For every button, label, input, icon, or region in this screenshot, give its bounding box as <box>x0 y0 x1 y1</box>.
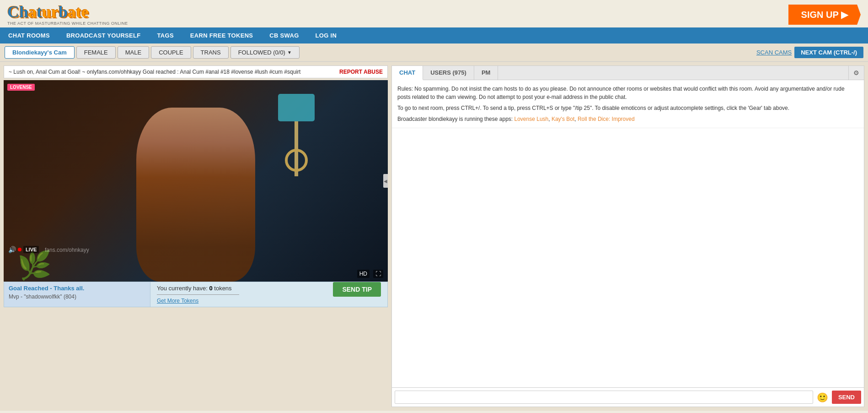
hd-button[interactable]: HD <box>357 270 370 278</box>
broadcaster-prefix: Broadcaster blondiekayy is running these… <box>397 116 514 122</box>
comma1: , <box>548 116 552 122</box>
live-label: LIVE <box>23 246 39 253</box>
chat-collapse-handle[interactable]: ◀ <box>383 174 388 188</box>
followed-label: FOLLOWED (0/0) <box>238 49 285 56</box>
tab-couple[interactable]: COUPLE <box>151 46 191 59</box>
logo: Chaturbate <box>7 4 128 20</box>
chat-tabs-row: CHAT USERS (975) PM ⚙ <box>392 66 864 80</box>
app-roll-dice[interactable]: Roll the Dice: Improved <box>578 116 635 122</box>
tab-trans[interactable]: TRANS <box>193 46 229 59</box>
tagline: THE ACT OF MASTURBATING WHILE CHATTING O… <box>7 21 128 26</box>
app-kays-bot[interactable]: Kay's Bot <box>552 116 574 122</box>
send-tip-container: SEND TIP <box>327 282 387 307</box>
chevron-down-icon: ▼ <box>287 50 292 55</box>
logo-area: Chaturbate THE ACT OF MASTURBATING WHILE… <box>7 4 128 26</box>
volume-icon: 🔊 <box>8 246 16 253</box>
nav-earn-tokens[interactable]: EARN FREE TOKENS <box>182 27 261 43</box>
video-container[interactable]: 🌿 LOVENSE 🔊 LIVE fans.com/ohnkayy HD <box>4 80 388 282</box>
broadcaster-apps: Broadcaster blondiekayy is running these… <box>397 115 858 123</box>
tokens-label: You currently have: <box>157 285 208 292</box>
tab-followed[interactable]: FOLLOWED (0/0) ▼ <box>230 46 300 59</box>
mvp-text: Mvp - "shadowwolfkk" (804) <box>9 293 145 300</box>
tab-male[interactable]: MALE <box>118 46 149 59</box>
chat-messages-area <box>392 128 864 387</box>
tab-female[interactable]: FEMALE <box>76 46 116 59</box>
lamp-shade <box>278 94 315 121</box>
send-chat-button[interactable]: SEND <box>832 391 861 404</box>
signup-button[interactable]: SIGN UP ▶ <box>788 5 861 25</box>
next-cam-button[interactable]: NEXT CAM (CTRL-/) <box>794 47 863 58</box>
live-badge: 🔊 LIVE <box>8 246 39 253</box>
video-bottom-bar: Goal Reached - Thanks all. Mvp - "shadow… <box>4 282 388 307</box>
header: Chaturbate THE ACT OF MASTURBATING WHILE… <box>0 0 868 27</box>
nav-broadcast[interactable]: BROADCAST YOURSELF <box>58 27 149 43</box>
title-bar: ~ Lush on, Anal Cum at Goal! ~ onlyfans.… <box>4 65 388 78</box>
goal-section: Goal Reached - Thanks all. Mvp - "shadow… <box>4 282 150 307</box>
nav-login[interactable]: LOG IN <box>307 27 345 43</box>
live-indicator-dot <box>18 248 21 251</box>
get-more-tokens-link[interactable]: Get More Tokens <box>157 298 320 304</box>
tip-info-text: To go to next room, press CTRL+/. To sen… <box>397 104 858 112</box>
chat-rules: Rules: No spamming. Do not insist the ca… <box>392 80 864 128</box>
fullscreen-button[interactable]: ⛶ <box>373 270 383 278</box>
nav-chat-rooms[interactable]: CHAT ROOMS <box>0 27 58 43</box>
nav-swag[interactable]: CB SWAG <box>261 27 307 43</box>
plant-leaves-icon: 🌿 <box>17 249 52 282</box>
report-abuse-button[interactable]: REPORT ABUSE <box>339 69 383 75</box>
nav-tags[interactable]: TAGS <box>149 27 182 43</box>
category-tabs-row: Blondiekayy's Cam FEMALE MALE COUPLE TRA… <box>0 43 868 62</box>
watermark-text: fans.com/ohnkayy <box>45 247 89 253</box>
tokens-section: You currently have: 0 tokens Get More To… <box>150 282 327 307</box>
emoji-button[interactable]: 🙂 <box>815 391 830 404</box>
chat-input-row: 🙂 SEND <box>392 387 864 407</box>
video-controls: HD ⛶ <box>357 270 383 278</box>
send-tip-button[interactable]: SEND TIP <box>333 282 381 297</box>
lamp-ring <box>285 149 308 172</box>
stream-title: ~ Lush on, Anal Cum at Goal! ~ onlyfans.… <box>9 69 334 75</box>
tokens-underline <box>157 294 239 295</box>
nav-bar: CHAT ROOMS BROADCAST YOURSELF TAGS EARN … <box>0 27 868 43</box>
tab-cam[interactable]: Blondiekayy's Cam <box>5 46 75 59</box>
lamp-decoration <box>278 94 315 176</box>
tab-users[interactable]: USERS (975) <box>423 66 474 80</box>
main-content: ~ Lush on, Anal Cum at Goal! ~ onlyfans.… <box>0 62 868 411</box>
rules-text: Rules: No spamming. Do not insist the ca… <box>397 85 858 101</box>
scan-cams-link[interactable]: SCAN CAMS <box>756 49 792 56</box>
tokens-line: You currently have: 0 tokens <box>157 285 320 292</box>
goal-reached-text: Goal Reached - Thanks all. <box>9 285 145 292</box>
video-side: ~ Lush on, Anal Cum at Goal! ~ onlyfans.… <box>4 65 388 407</box>
plant-decoration: 🌿 <box>17 249 52 282</box>
person-silhouette <box>136 108 255 282</box>
tokens-count: 0 <box>209 285 212 292</box>
gear-tab[interactable]: ⚙ <box>848 66 864 80</box>
tokens-unit: tokens <box>214 285 231 292</box>
tab-pm[interactable]: PM <box>474 66 498 80</box>
comma2: , <box>574 116 578 122</box>
lovense-badge: LOVENSE <box>7 84 35 91</box>
app-lovense-lush[interactable]: Lovense Lush <box>514 116 549 122</box>
chat-input[interactable] <box>395 391 813 404</box>
right-tabs: SCAN CAMS NEXT CAM (CTRL-/) <box>756 47 863 58</box>
chat-panel: CHAT USERS (975) PM ⚙ Rules: No spamming… <box>391 65 864 407</box>
tab-chat[interactable]: CHAT <box>392 66 423 80</box>
